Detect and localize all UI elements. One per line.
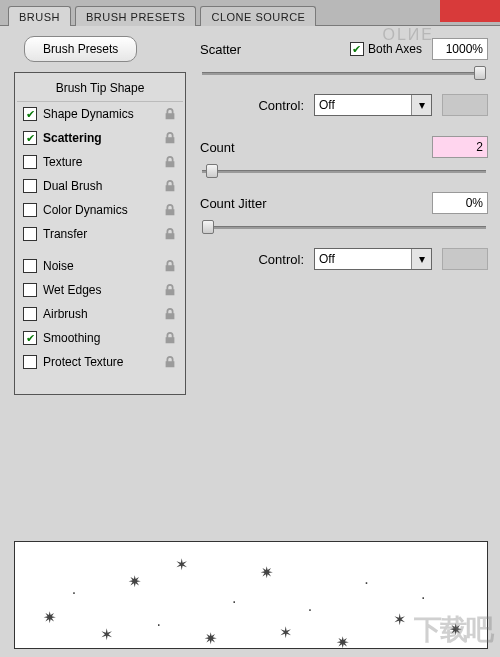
option-noise[interactable]: Noise xyxy=(17,254,183,278)
checkbox-icon[interactable]: ✔ xyxy=(23,131,37,145)
lock-icon[interactable] xyxy=(163,355,177,369)
count-value-field[interactable]: 2 xyxy=(432,136,488,158)
option-label: Transfer xyxy=(43,227,157,241)
lock-icon[interactable] xyxy=(163,283,177,297)
checkbox-icon[interactable] xyxy=(23,259,37,273)
left-column: Brush Presets Brush Tip Shape ✔Shape Dyn… xyxy=(14,36,186,395)
checkbox-icon[interactable]: ✔ xyxy=(23,107,37,121)
count-jitter-control-dropdown[interactable]: Off ▾ xyxy=(314,248,432,270)
option-shape-dynamics[interactable]: ✔Shape Dynamics xyxy=(17,102,183,126)
control1-aux-field xyxy=(442,94,488,116)
lock-icon[interactable] xyxy=(163,331,177,345)
count-jitter-label: Count Jitter xyxy=(200,196,266,211)
tab-bar: BRUSH BRUSH PRESETS CLONE SOURCE xyxy=(0,0,500,26)
option-label: Protect Texture xyxy=(43,355,157,369)
both-axes-checkbox[interactable]: ✔ Both Axes xyxy=(350,42,422,56)
option-smoothing[interactable]: ✔Smoothing xyxy=(17,326,183,350)
scatter-control-dropdown[interactable]: Off ▾ xyxy=(314,94,432,116)
brush-panel: Brush Presets Brush Tip Shape ✔Shape Dyn… xyxy=(0,26,500,403)
option-label: Airbrush xyxy=(43,307,157,321)
option-label: Color Dynamics xyxy=(43,203,157,217)
scatter-label: Scatter xyxy=(200,42,241,57)
checkbox-icon[interactable] xyxy=(23,203,37,217)
right-column: Scatter ✔ Both Axes 1000% Control: Off ▾… xyxy=(200,36,488,395)
lock-icon[interactable] xyxy=(163,227,177,241)
control-label-1: Control: xyxy=(234,98,304,113)
checkbox-icon[interactable] xyxy=(23,227,37,241)
scatter-slider[interactable] xyxy=(202,66,486,82)
tab-brush[interactable]: BRUSH xyxy=(8,6,71,26)
brush-preview: ✷ · ✶ ✷ · ✶ ✷ · ✷ ✶ · ✷ · ✶ · ✷ xyxy=(14,541,488,649)
option-label: Smoothing xyxy=(43,331,157,345)
option-label: Texture xyxy=(43,155,157,169)
brush-tip-shape-header[interactable]: Brush Tip Shape xyxy=(17,75,183,102)
lock-icon[interactable] xyxy=(163,107,177,121)
tab-clone-source[interactable]: CLONE SOURCE xyxy=(200,6,316,26)
option-transfer[interactable]: Transfer xyxy=(17,222,183,246)
option-scattering[interactable]: ✔Scattering xyxy=(17,126,183,150)
checkbox-icon[interactable] xyxy=(23,155,37,169)
option-label: Wet Edges xyxy=(43,283,157,297)
option-label: Dual Brush xyxy=(43,179,157,193)
lock-icon[interactable] xyxy=(163,203,177,217)
option-label: Noise xyxy=(43,259,157,273)
control2-aux-field xyxy=(442,248,488,270)
control-label-2: Control: xyxy=(234,252,304,267)
option-wet-edges[interactable]: Wet Edges xyxy=(17,278,183,302)
option-label: Scattering xyxy=(43,131,157,145)
lock-icon[interactable] xyxy=(163,179,177,193)
count-slider[interactable] xyxy=(202,164,486,180)
checkbox-icon[interactable] xyxy=(23,179,37,193)
tab-brush-presets[interactable]: BRUSH PRESETS xyxy=(75,6,196,26)
option-color-dynamics[interactable]: Color Dynamics xyxy=(17,198,183,222)
scatter-value-field[interactable]: 1000% xyxy=(432,38,488,60)
brush-options-box: Brush Tip Shape ✔Shape Dynamics✔Scatteri… xyxy=(14,72,186,395)
window-accent xyxy=(440,0,500,22)
lock-icon[interactable] xyxy=(163,259,177,273)
checkbox-icon[interactable] xyxy=(23,355,37,369)
lock-icon[interactable] xyxy=(163,307,177,321)
option-texture[interactable]: Texture xyxy=(17,150,183,174)
chevron-down-icon: ▾ xyxy=(411,95,431,115)
lock-icon[interactable] xyxy=(163,155,177,169)
chevron-down-icon: ▾ xyxy=(411,249,431,269)
option-label: Shape Dynamics xyxy=(43,107,157,121)
checkbox-icon[interactable] xyxy=(23,307,37,321)
check-icon: ✔ xyxy=(350,42,364,56)
count-jitter-value-field[interactable]: 0% xyxy=(432,192,488,214)
count-jitter-slider[interactable] xyxy=(202,220,486,236)
brush-presets-button[interactable]: Brush Presets xyxy=(24,36,137,62)
option-dual-brush[interactable]: Dual Brush xyxy=(17,174,183,198)
option-protect-texture[interactable]: Protect Texture xyxy=(17,350,183,374)
option-airbrush[interactable]: Airbrush xyxy=(17,302,183,326)
checkbox-icon[interactable]: ✔ xyxy=(23,331,37,345)
lock-icon[interactable] xyxy=(163,131,177,145)
count-label: Count xyxy=(200,140,235,155)
checkbox-icon[interactable] xyxy=(23,283,37,297)
both-axes-label: Both Axes xyxy=(368,42,422,56)
